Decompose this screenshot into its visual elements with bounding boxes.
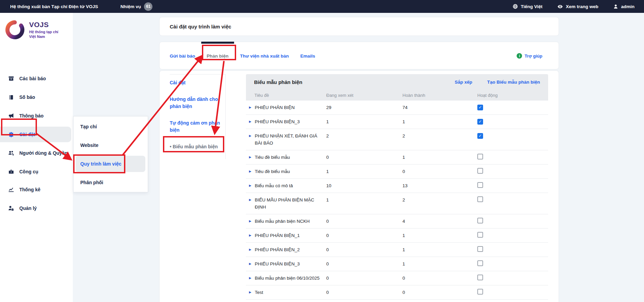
- subnav-item-reviewer-guidance[interactable]: Hướng dẫn dành cho phản biện: [170, 96, 221, 110]
- sidebar-item-tools[interactable]: Công cụ: [0, 164, 71, 179]
- active-checkbox[interactable]: ✓: [477, 232, 483, 238]
- expand-caret-icon[interactable]: ▶: [249, 246, 251, 253]
- active-checkbox[interactable]: ✓: [477, 196, 483, 202]
- active-checkbox[interactable]: ✓: [477, 182, 483, 188]
- user-icon: [613, 4, 618, 9]
- vojs-admin-page: Hệ thống xuất bản Tạp chí Điện tử VOJS N…: [0, 0, 644, 302]
- help-label: Trợ giúp: [524, 53, 542, 59]
- table-row: ▶ PHIẾU PHẢN BIỆN_2 0 1 ✓: [246, 243, 548, 257]
- table-header: Biểu mẫu phản biện Sắp xếp Tạo Biểu mẫu …: [246, 74, 548, 101]
- active-checkbox[interactable]: ✓: [477, 246, 483, 252]
- flyout-item-website[interactable]: Website: [76, 137, 145, 153]
- tab-emails[interactable]: Emails: [300, 53, 315, 59]
- tab-review[interactable]: Phản biện: [207, 53, 229, 59]
- flyout-item-journal[interactable]: Tạp chí: [76, 118, 145, 135]
- form-title[interactable]: Test: [255, 289, 263, 296]
- completed-count: 2: [402, 196, 477, 203]
- sidebar-item-users-roles[interactable]: Người dùng & Quyền: [0, 145, 71, 161]
- completed-count: 1: [402, 232, 477, 239]
- flyout-item-workflow[interactable]: Quy trình làm việc: [76, 156, 145, 172]
- completed-count: 2: [402, 132, 477, 139]
- tab-publisher-library[interactable]: Thư viện nhà xuất bản: [240, 53, 289, 59]
- announcements-icon: [8, 113, 14, 119]
- view-site-link[interactable]: Xem trang web: [557, 4, 598, 9]
- flyout-item-label: Phân phối: [80, 180, 103, 185]
- create-review-form-button[interactable]: Tạo Biểu mẫu phản biện: [487, 80, 540, 85]
- tab-submission[interactable]: Gửi bài báo: [170, 53, 195, 59]
- tasks-button[interactable]: Nhiệm vụ 61: [121, 2, 153, 11]
- expand-caret-icon[interactable]: ▶: [249, 218, 251, 224]
- sidebar-item-articles[interactable]: Các bài báo: [0, 71, 71, 86]
- sidebar-item-statistics[interactable]: Thống kê: [0, 182, 71, 197]
- expand-caret-icon[interactable]: ▶: [249, 154, 251, 160]
- table-title: Biểu mẫu phản biện: [254, 79, 303, 85]
- expand-caret-icon[interactable]: ▶: [249, 132, 251, 139]
- in-review-count: 0: [326, 260, 402, 267]
- sort-button[interactable]: Sắp xếp: [455, 80, 472, 85]
- articles-icon: [8, 76, 14, 82]
- form-title[interactable]: PHIẾU PHẢN BIỆN: [255, 104, 295, 111]
- table-row: ▶ Biểu mẫu có mô tả 10 13 ✓: [246, 179, 548, 193]
- active-checkbox[interactable]: ✓: [477, 289, 483, 295]
- subnav-item-label: Biểu mẫu phản biện: [173, 144, 218, 149]
- expand-caret-icon[interactable]: ▶: [249, 289, 251, 296]
- active-checkbox[interactable]: ✓: [477, 154, 483, 159]
- expand-caret-icon[interactable]: ▶: [249, 104, 251, 111]
- form-title[interactable]: PHIẾU PHẢN BIỆN_3: [255, 260, 300, 267]
- workflow-tabs-card: Gửi bài báo Phản biện Thư viện nhà xuất …: [159, 42, 559, 69]
- expand-caret-icon[interactable]: ▶: [249, 196, 251, 203]
- active-checkbox[interactable]: ✓: [477, 105, 483, 110]
- subnav-item-setup[interactable]: Cài đặt: [170, 79, 221, 86]
- language-menu[interactable]: Tiếng Việt: [513, 4, 542, 9]
- review-settings-card: Cài đặt Hướng dẫn dành cho phản biện Tự …: [159, 70, 559, 302]
- table-row: ▶ Biểu mẫu phản biện NCKH 0 4 ✓: [246, 214, 548, 229]
- completed-count: 74: [402, 104, 477, 111]
- expand-caret-icon[interactable]: ▶: [249, 118, 251, 125]
- form-title[interactable]: Tiêu đề biểu mẫu: [255, 154, 290, 161]
- sidebar-item-administration[interactable]: Quản lý: [0, 200, 71, 216]
- in-review-count: 0: [326, 246, 402, 253]
- active-checkbox[interactable]: ✓: [477, 168, 483, 174]
- completed-count: 0: [402, 168, 477, 175]
- sidebar-item-announcements[interactable]: Thông báo: [0, 108, 71, 124]
- subnav-item-auto-thank[interactable]: Tự động cảm ơn phản biện: [170, 120, 221, 134]
- expand-caret-icon[interactable]: ▶: [249, 232, 251, 239]
- logo-tagline-line1: Hệ thống tạp chí: [29, 29, 58, 34]
- form-title[interactable]: PHIẾU NHẬN XÉT, ĐÁNH GIÁ BÀI BÁO: [255, 132, 321, 147]
- system-title: Hệ thống xuất bản Tạp chí Điện tử VOJS: [10, 4, 98, 9]
- completed-count: 1: [402, 246, 477, 253]
- help-button[interactable]: i Trợ giúp: [517, 53, 542, 59]
- logo-tagline-line2: Việt Nam: [29, 34, 58, 39]
- in-review-count: 29: [326, 104, 402, 111]
- sidebar-item-issues[interactable]: Số báo: [0, 89, 71, 105]
- table-row: ▶ BIỂU MẪU PHẢN BIỆN MẶC ĐỊNH 1 2 ✓: [246, 193, 548, 214]
- active-checkbox[interactable]: ✓: [477, 260, 483, 266]
- form-title[interactable]: Biểu mẫu có mô tả: [255, 182, 293, 189]
- flyout-item-distribution[interactable]: Phân phối: [76, 174, 145, 191]
- active-checkbox[interactable]: ✓: [477, 133, 483, 139]
- sidebar-item-label: Công cụ: [19, 169, 38, 174]
- form-title[interactable]: PHIẾU PHẢN BIỆN_2: [255, 246, 300, 253]
- expand-caret-icon[interactable]: ▶: [249, 275, 251, 281]
- user-lock-icon: [8, 205, 14, 211]
- expand-caret-icon[interactable]: ▶: [249, 182, 251, 189]
- active-checkbox[interactable]: ✓: [477, 218, 483, 223]
- subnav-item-review-forms[interactable]: • Biểu mẫu phản biện: [170, 143, 221, 150]
- vojs-logo: VOJS Hệ thống tạp chí Việt Nam: [5, 20, 58, 40]
- sidebar-item-settings[interactable]: Cài đặt: [0, 127, 71, 142]
- column-header-in-review: Đang xem xét: [326, 93, 402, 98]
- form-title[interactable]: Biểu mẫu phản biện 06/10/2025: [255, 275, 319, 282]
- table-row: ▶ PHIẾU NHẬN XÉT, ĐÁNH GIÁ BÀI BÁO 2 2 ✓: [246, 129, 548, 150]
- form-title[interactable]: BIỂU MẪU PHẢN BIỆN MẶC ĐỊNH: [255, 196, 321, 211]
- form-title[interactable]: Biểu mẫu phản biện NCKH: [255, 218, 310, 225]
- issues-icon: [8, 94, 14, 100]
- user-menu[interactable]: admin: [613, 4, 635, 9]
- form-title[interactable]: PHIẾU PHẢN BIỆN_1: [255, 232, 300, 239]
- form-title[interactable]: PHIẾU PHẢN BIỆN_3: [255, 118, 300, 125]
- active-checkbox[interactable]: ✓: [477, 275, 483, 280]
- expand-caret-icon[interactable]: ▶: [249, 168, 251, 175]
- expand-caret-icon[interactable]: ▶: [249, 260, 251, 267]
- active-checkbox[interactable]: ✓: [477, 119, 483, 125]
- table-row: ▶ Biểu mẫu phản biện 06/10/2025 0 0 ✓: [246, 271, 548, 285]
- form-title[interactable]: Tiêu đề biểu mẫu: [255, 168, 290, 175]
